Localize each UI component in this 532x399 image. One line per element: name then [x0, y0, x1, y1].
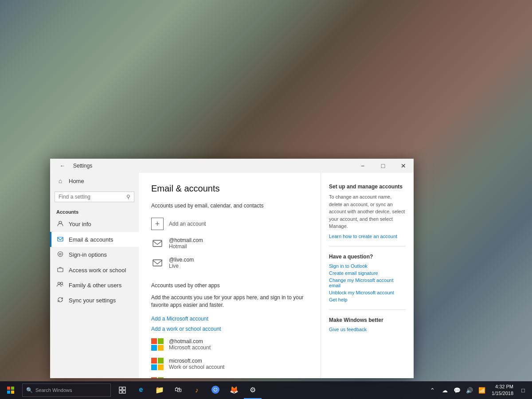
add-ms-account-link[interactable]: Add a Microsoft account — [151, 316, 208, 322]
hotmail-account-row[interactable]: @hotmail.com Hotmail — [151, 234, 308, 253]
taskbar-notifications-icon[interactable]: 💬 — [452, 381, 462, 399]
svg-rect-8 — [153, 260, 162, 266]
svg-point-2 — [58, 252, 63, 257]
ms-logo-hotmail — [151, 338, 164, 351]
svg-point-6 — [61, 282, 63, 285]
task-view-button[interactable] — [113, 381, 131, 399]
get-help-link[interactable]: Get help — [329, 297, 406, 302]
ms-other-info: microsoft.com Work or school account — [169, 358, 224, 370]
create-signature-link[interactable]: Create email signature — [329, 270, 406, 276]
section1-title: Accounts used by email, calendar, and co… — [151, 203, 308, 209]
back-button[interactable]: ← — [55, 159, 70, 173]
sidebar-home-button[interactable]: ⌂ Home — [50, 173, 139, 189]
live-account-row[interactable]: @live.com Live — [151, 253, 308, 273]
home-icon: ⌂ — [56, 177, 64, 184]
svg-point-3 — [59, 253, 61, 255]
hotmail-other-type: Microsoft account — [169, 344, 211, 351]
taskbar-clock[interactable]: 4:32 PM 1/15/2018 — [489, 383, 516, 398]
ms-other-row[interactable]: microsoft.com Work or school account — [151, 354, 308, 374]
desktop: ← Settings − □ ✕ ⌂ Home ⚲ Accounts — [0, 0, 532, 399]
live-other-email: @live.com — [169, 377, 211, 378]
hotmail-other-info: @hotmail.com Microsoft account — [169, 338, 211, 351]
svg-rect-9 — [7, 387, 10, 390]
setup-desc: To change an account name, delete an acc… — [329, 193, 406, 230]
taskbar-settings[interactable]: ⚙ — [244, 381, 262, 399]
svg-rect-11 — [7, 391, 10, 394]
live-account-info: @live.com Live — [169, 257, 194, 269]
svg-rect-16 — [123, 391, 125, 393]
learn-link[interactable]: Learn how to create an account — [329, 234, 406, 239]
add-account-label: Add an account — [169, 221, 206, 227]
change-email-link[interactable]: Change my Microsoft account email — [329, 278, 406, 288]
sidebar-item-sync[interactable]: Sync your settings — [50, 293, 139, 308]
taskbar-search[interactable]: 🔍 Search Windows — [22, 383, 111, 397]
taskbar-network[interactable]: 📶 — [477, 381, 487, 399]
email-accounts-label: Email & accounts — [69, 236, 113, 243]
title-bar: ← Settings − □ ✕ — [50, 159, 414, 173]
taskbar: 🔍 Search Windows e 📁 — [0, 381, 532, 399]
live-email: @live.com — [169, 257, 194, 263]
your-info-icon — [56, 220, 64, 228]
sync-label: Sync your settings — [69, 297, 116, 304]
taskbar-music[interactable]: ♪ — [188, 381, 206, 399]
add-account-row[interactable]: + Add an account — [151, 214, 308, 234]
svg-rect-12 — [11, 391, 14, 394]
page-title: Email & accounts — [151, 184, 308, 194]
maximize-button[interactable]: □ — [373, 159, 393, 173]
unblock-account-link[interactable]: Unblock my Microsoft account — [329, 290, 406, 295]
taskbar-show-hidden[interactable]: ⌃ — [427, 381, 438, 399]
taskbar-action-center[interactable]: □ — [518, 381, 528, 399]
sidebar-item-work-school[interactable]: Access work or school — [50, 262, 139, 278]
sidebar-item-email-accounts[interactable]: Email & accounts — [50, 232, 139, 247]
svg-point-19 — [214, 388, 217, 391]
taskbar-right: ⌃ ☁ 💬 🔊 📶 4:32 PM 1/15/2018 □ — [427, 381, 532, 399]
start-button[interactable] — [2, 381, 20, 399]
close-button[interactable]: ✕ — [393, 159, 414, 173]
search-input[interactable] — [59, 194, 124, 200]
feedback-title: Make Windows better — [329, 317, 406, 323]
taskbar-explorer[interactable]: 📁 — [151, 381, 168, 399]
question-title: Have a question? — [329, 254, 406, 260]
sidebar-item-your-info[interactable]: Your info — [50, 216, 139, 232]
svg-rect-13 — [119, 387, 122, 390]
section2-title: Accounts used by other apps — [151, 282, 308, 289]
svg-rect-7 — [153, 240, 162, 246]
sign-in-outlook-link[interactable]: Sign in to Outlook — [329, 263, 406, 269]
taskbar-edge[interactable]: e — [132, 381, 150, 399]
taskbar-search-label: Search Windows — [35, 387, 72, 393]
section2-desc: Add the accounts you use for your apps h… — [151, 294, 308, 309]
add-work-account-link[interactable]: Add a work or school account — [151, 326, 221, 332]
taskbar-search-icon: 🔍 — [26, 387, 33, 393]
sidebar-item-sign-in[interactable]: Sign-in options — [50, 247, 139, 262]
work-icon — [56, 266, 64, 274]
taskbar-store[interactable]: 🛍 — [169, 381, 187, 399]
sync-icon — [56, 297, 64, 304]
taskbar-time: 4:32 PM — [492, 383, 513, 390]
taskbar-chrome[interactable] — [207, 381, 224, 399]
feedback-link[interactable]: Give us feedback — [329, 327, 406, 332]
home-label: Home — [69, 178, 84, 184]
hotmail-mail-icon — [151, 237, 164, 250]
sidebar-item-family[interactable]: Family & other users — [50, 278, 139, 293]
title-bar-left: ← Settings — [55, 159, 92, 173]
hotmail-other-row[interactable]: @hotmail.com Microsoft account — [151, 335, 308, 354]
taskbar-volume[interactable]: 🔊 — [464, 381, 475, 399]
live-other-info: @live.com Microsoft account — [169, 377, 211, 378]
add-account-icon: + — [151, 218, 164, 230]
minimize-button[interactable]: − — [352, 159, 373, 173]
search-box[interactable]: ⚲ — [55, 192, 134, 202]
work-school-label: Access work or school — [69, 267, 126, 274]
rp-divider-2 — [329, 309, 406, 310]
live-other-row[interactable]: @live.com Microsoft account — [151, 374, 308, 378]
sidebar-section-label: Accounts — [50, 205, 139, 216]
search-icon: ⚲ — [126, 194, 130, 200]
family-label: Family & other users — [69, 282, 121, 289]
hotmail-other-email: @hotmail.com — [169, 338, 211, 344]
taskbar-onedrive[interactable]: ☁ — [439, 381, 450, 399]
sidebar: ⌂ Home ⚲ Accounts Your info — [50, 173, 139, 378]
live-mail-icon — [151, 257, 164, 269]
sign-in-label: Sign-in options — [69, 251, 107, 258]
ms-logo-live — [151, 377, 164, 378]
taskbar-firefox[interactable]: 🦊 — [225, 381, 243, 399]
title-bar-controls: − □ ✕ — [352, 159, 414, 173]
